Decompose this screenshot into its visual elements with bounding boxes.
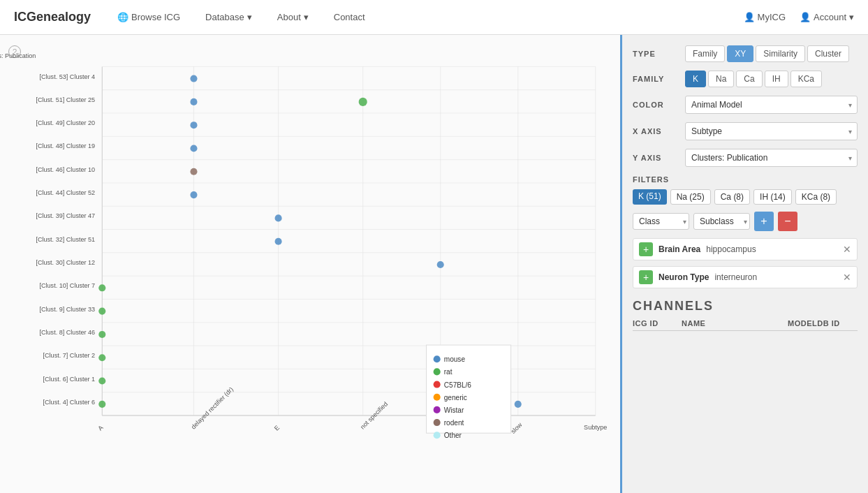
svg-point-48 [190, 98, 197, 105]
family-ca-btn[interactable]: Ca [736, 71, 762, 87]
filter-tag-ih[interactable]: IH (14) [753, 189, 792, 205]
svg-point-69 [434, 381, 441, 388]
brain-area-filter-row: + Brain Area hippocampus ✕ [633, 238, 858, 260]
family-btn-group: K Na Ca IH KCa [685, 71, 822, 87]
chevron-down-icon: ▾ [849, 12, 854, 22]
filter-tag-na[interactable]: Na (25) [670, 189, 711, 205]
channels-header: CHANNELS [633, 299, 858, 314]
svg-point-77 [434, 432, 441, 439]
user-icon: 👤 [744, 12, 755, 22]
yaxis-select[interactable]: Clusters: Publication Clusters: Model [685, 149, 858, 167]
svg-text:[Clust. 46] Cluster 10: [Clust. 46] Cluster 10 [36, 166, 95, 173]
brain-area-plus-btn[interactable]: + [639, 242, 653, 256]
nav-myicg[interactable]: 👤 MyICG [744, 12, 786, 22]
nav-contact[interactable]: Contact [328, 8, 371, 26]
svg-text:mouse: mouse [444, 355, 466, 363]
xaxis-select[interactable]: Subtype Family Animal Model [685, 122, 858, 140]
family-kca-btn[interactable]: KCa [790, 71, 822, 87]
channels-section: CHANNELS ICG ID NAME MODELDB ID [633, 299, 858, 331]
svg-text:rat: rat [444, 368, 453, 376]
filter-remove-button[interactable]: − [778, 212, 797, 231]
svg-point-51 [190, 145, 197, 152]
type-similarity-btn[interactable]: Similarity [756, 45, 805, 62]
brand-logo[interactable]: ICGenealogy [14, 10, 91, 24]
nav-account[interactable]: 👤 Account ▾ [800, 12, 854, 22]
type-family-btn[interactable]: Family [685, 45, 725, 62]
filter-add-button[interactable]: + [754, 212, 774, 231]
brain-area-label: Brain Area [659, 244, 700, 254]
filter-class-row: Class Subclass ▾ Subclass ▾ + − [633, 212, 858, 231]
nav-about[interactable]: About ▾ [272, 8, 314, 26]
svg-text:[Clust. 49] Cluster 20: [Clust. 49] Cluster 20 [36, 119, 95, 126]
nav-browse-icg[interactable]: 🌐 Browse ICG [112, 8, 186, 26]
filter-tag-ca[interactable]: Ca (8) [714, 189, 750, 205]
svg-text:[Clust. 44] Cluster 52: [Clust. 44] Cluster 52 [36, 189, 95, 196]
main-layout: ? Clusters: Publication [Clust. 53] Clus… [0, 35, 868, 493]
family-section: FAMILY K Na Ca IH KCa [633, 71, 858, 87]
svg-text:slow: slow [510, 421, 524, 435]
svg-point-65 [434, 355, 441, 362]
filter-tag-kca[interactable]: KCa (8) [795, 189, 837, 205]
family-label: FAMILY [633, 75, 678, 83]
svg-text:[Clust. 9] Cluster 33: [Clust. 9] Cluster 33 [39, 306, 95, 313]
family-na-btn[interactable]: Na [708, 71, 734, 87]
ch-col-icgid: ICG ID [633, 319, 682, 328]
type-label: TYPE [633, 50, 678, 58]
svg-text:generic: generic [444, 394, 467, 402]
filter-tag-k[interactable]: K (51) [633, 189, 667, 205]
chart-area: ? Clusters: Publication [Clust. 53] Clus… [0, 35, 620, 493]
navbar-right: 👤 MyICG 👤 Account ▾ [744, 12, 854, 22]
type-section: TYPE Family XY Similarity Cluster [633, 45, 858, 62]
color-section: COLOR Animal Model Species Family Subtyp… [633, 96, 858, 114]
svg-text:C57BL/6: C57BL/6 [444, 381, 472, 389]
svg-text:[Clust. 53] Cluster 4: [Clust. 53] Cluster 4 [39, 73, 95, 80]
globe-icon: 🌐 [117, 12, 128, 22]
channels-table-header: ICG ID NAME MODELDB ID [633, 319, 858, 331]
person-icon: 👤 [800, 12, 811, 22]
svg-text:A: A [96, 424, 105, 432]
svg-text:[Clust. 51] Cluster 25: [Clust. 51] Cluster 25 [36, 96, 95, 103]
svg-text:rodent: rodent [444, 419, 464, 427]
neuron-type-remove-btn[interactable]: ✕ [843, 272, 851, 283]
svg-point-63 [515, 401, 522, 408]
svg-point-57 [98, 284, 105, 291]
type-xy-btn[interactable]: XY [727, 45, 753, 62]
filters-section: FILTERS K (51) Na (25) Ca (8) IH (14) KC… [633, 175, 858, 288]
svg-text:Wistar: Wistar [444, 406, 464, 414]
neuron-type-filter-row: + Neuron Type interneuron ✕ [633, 266, 858, 288]
color-label: COLOR [633, 101, 678, 109]
svg-text:[Clust. 48] Cluster 19: [Clust. 48] Cluster 19 [36, 142, 95, 149]
svg-point-75 [434, 419, 441, 426]
svg-text:Other: Other [444, 432, 462, 439]
svg-text:E: E [273, 424, 281, 432]
svg-point-60 [98, 354, 105, 361]
family-ih-btn[interactable]: IH [765, 71, 788, 87]
color-select-wrapper: Animal Model Species Family Subtype ▾ [685, 96, 858, 114]
neuron-type-plus-btn[interactable]: + [639, 270, 653, 284]
svg-text:delayed rectifier (dr): delayed rectifier (dr) [190, 385, 235, 430]
svg-point-67 [434, 368, 441, 375]
color-select[interactable]: Animal Model Species Family Subtype [685, 96, 858, 114]
type-cluster-btn[interactable]: Cluster [807, 45, 849, 62]
yaxis-select-wrapper: Clusters: Publication Clusters: Model ▾ [685, 149, 858, 167]
filters-label: FILTERS [633, 175, 858, 184]
right-panel: TYPE Family XY Similarity Cluster FAMILY… [620, 35, 868, 493]
yaxis-section: Y AXIS Clusters: Publication Clusters: M… [633, 149, 858, 167]
subclass-select[interactable]: Subclass [693, 213, 750, 230]
xaxis-label: X AXIS [633, 127, 678, 135]
svg-point-47 [190, 75, 197, 82]
neuron-type-label: Neuron Type [659, 272, 709, 282]
chevron-down-icon: ▾ [304, 12, 309, 22]
ch-col-modeldbid: MODELDB ID [788, 319, 858, 328]
svg-point-62 [98, 401, 105, 408]
family-k-btn[interactable]: K [685, 71, 706, 87]
svg-point-58 [98, 308, 105, 315]
svg-text:[Clust. 4] Cluster 6: [Clust. 4] Cluster 6 [43, 399, 96, 406]
class-select[interactable]: Class Subclass [633, 213, 689, 230]
brain-area-remove-btn[interactable]: ✕ [843, 244, 851, 255]
svg-text:Subtype: Subtype [584, 424, 607, 431]
nav-items: 🌐 Browse ICG Database ▾ About ▾ Contact [112, 8, 744, 26]
nav-database[interactable]: Database ▾ [200, 8, 258, 26]
svg-point-73 [434, 406, 441, 413]
yaxis-label: Y AXIS [633, 154, 678, 162]
